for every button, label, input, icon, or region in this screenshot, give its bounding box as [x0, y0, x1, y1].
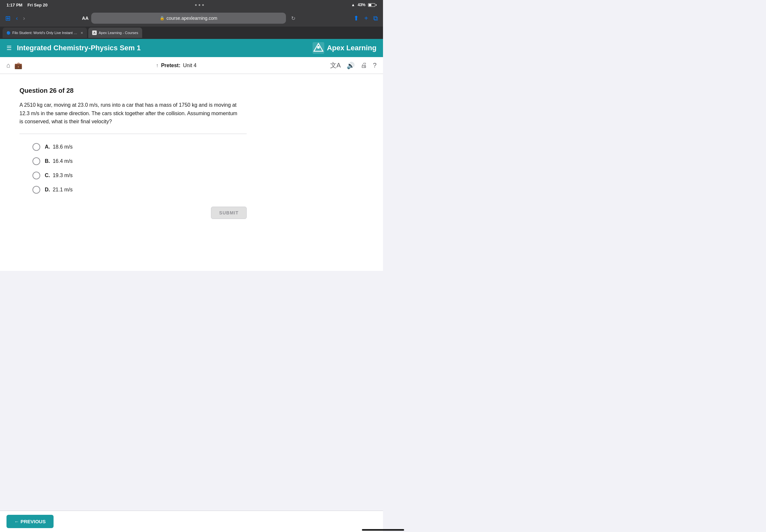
translate-icon[interactable]: 文A	[330, 61, 341, 70]
answer-option-c[interactable]: C. 19.3 m/s	[32, 172, 363, 179]
tabs-icon[interactable]: ⧉	[373, 15, 378, 22]
answer-label-d: D. 21.1 m/s	[45, 187, 73, 193]
share-icon[interactable]: ⬆	[353, 14, 359, 22]
header-left: ☰ Integrated Chemistry-Physics Sem 1	[6, 44, 140, 52]
question-divider	[19, 134, 247, 134]
course-title: Integrated Chemistry-Physics Sem 1	[17, 44, 140, 52]
battery-indicator	[368, 3, 376, 7]
radio-c[interactable]	[32, 172, 40, 179]
apex-logo: Apex Learning	[312, 42, 376, 54]
back-button[interactable]: ‹	[15, 14, 19, 23]
refresh-button[interactable]: ↻	[288, 14, 298, 23]
browser-actions: ⬆ + ⧉	[353, 14, 378, 22]
toolbar-left: ⌂ 💼	[6, 62, 22, 69]
answer-label-c: C. 19.3 m/s	[45, 173, 73, 178]
answer-option-a[interactable]: A. 18.6 m/s	[32, 143, 363, 151]
radio-a[interactable]	[32, 143, 40, 151]
pretest-value: Unit 4	[183, 63, 197, 68]
apex-logo-icon	[312, 42, 324, 54]
forward-button[interactable]: ›	[22, 14, 26, 23]
bottom-spacer	[19, 232, 363, 258]
apex-favicon: A	[92, 30, 97, 35]
status-time-date: 1:17 PM Fri Sep 20	[6, 3, 48, 7]
tab-filo[interactable]: 🔵 Filo Student: World's Only Live Instan…	[3, 28, 87, 38]
app-header: ☰ Integrated Chemistry-Physics Sem 1 Ape…	[0, 39, 383, 57]
address-bar[interactable]: 🔒 course.apexlearning.com	[91, 13, 286, 24]
pretest-up-arrow: ↑	[156, 63, 158, 68]
answer-label-b: B. 16.4 m/s	[45, 158, 73, 164]
help-icon[interactable]: ?	[373, 62, 376, 69]
answer-option-b[interactable]: B. 16.4 m/s	[32, 157, 363, 165]
status-date: Fri Sep 20	[27, 3, 47, 7]
answer-label-a: A. 18.6 m/s	[45, 144, 73, 150]
status-indicators: ▲ 43%	[351, 3, 376, 7]
status-bar: 1:17 PM Fri Sep 20 ▲ 43%	[0, 0, 383, 10]
filo-favicon: 🔵	[6, 31, 10, 35]
answer-option-d[interactable]: D. 21.1 m/s	[32, 186, 363, 194]
status-dots	[195, 4, 204, 6]
text-size-label[interactable]: AA	[82, 16, 89, 21]
battery-percent: 43%	[358, 3, 365, 7]
submit-area: SUBMIT	[19, 207, 247, 219]
apex-tab-label: Apex Learning - Courses	[99, 31, 138, 35]
wifi-icon: ▲	[351, 3, 355, 7]
question-text: A 2510 kg car, moving at 23.0 m/s, runs …	[19, 101, 240, 126]
submit-button[interactable]: SUBMIT	[211, 207, 247, 219]
briefcase-icon[interactable]: 💼	[14, 62, 22, 69]
audio-icon[interactable]: 🔊	[346, 62, 355, 69]
radio-b[interactable]	[32, 157, 40, 165]
answer-options: A. 18.6 m/s B. 16.4 m/s C. 19.3 m/s D. 2…	[19, 143, 363, 194]
filo-tab-label: Filo Student: World's Only Live Instant …	[12, 31, 77, 35]
new-tab-icon[interactable]: +	[364, 15, 368, 22]
status-time: 1:17 PM	[6, 3, 22, 7]
radio-d[interactable]	[32, 186, 40, 194]
tabs-bar: 🔵 Filo Student: World's Only Live Instan…	[0, 27, 383, 39]
url-text: course.apexlearning.com	[166, 16, 217, 21]
pretest-label: Pretest:	[161, 63, 180, 68]
question-number: Question 26 of 28	[19, 87, 363, 94]
browser-nav: ‹ ›	[15, 14, 26, 23]
content-area: Question 26 of 28 A 2510 kg car, moving …	[0, 74, 383, 271]
print-icon[interactable]: 🖨	[360, 62, 367, 69]
browser-chrome: ⊞ ‹ › AA 🔒 course.apexlearning.com ↻ ⬆ +…	[0, 10, 383, 27]
lock-icon: 🔒	[160, 16, 164, 20]
home-icon[interactable]: ⌂	[6, 62, 10, 69]
toolbar-center: ↑ Pretest: Unit 4	[28, 63, 324, 68]
toolbar-right: 文A 🔊 🖨 ?	[330, 61, 376, 70]
filo-tab-close[interactable]: ✕	[80, 31, 83, 35]
sidebar-toggle-icon[interactable]: ⊞	[5, 14, 11, 22]
menu-icon[interactable]: ☰	[6, 44, 12, 52]
apex-logo-text: Apex Learning	[327, 44, 376, 52]
tab-apex[interactable]: A Apex Learning - Courses	[88, 28, 142, 38]
toolbar: ⌂ 💼 ↑ Pretest: Unit 4 文A 🔊 🖨 ?	[0, 57, 383, 74]
svg-point-1	[317, 46, 320, 49]
